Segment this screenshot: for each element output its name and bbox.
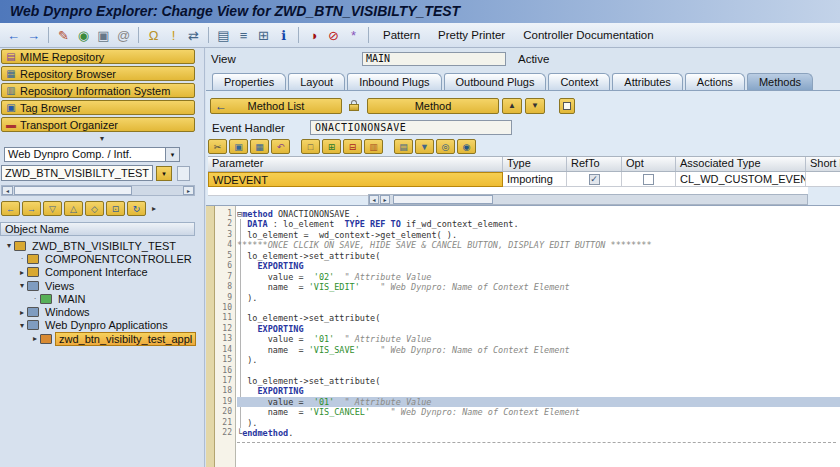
- tree-item-views[interactable]: ▾Views: [0, 279, 204, 292]
- line-number-16[interactable]: 16: [215, 366, 235, 376]
- favorites-icon[interactable]: ◇: [85, 201, 104, 216]
- scrollbar-thumb[interactable]: [14, 186, 132, 195]
- new-line-icon[interactable]: □: [301, 139, 320, 154]
- check-icon[interactable]: !: [164, 26, 183, 45]
- code-line-12[interactable]: EXPORTING: [237, 324, 840, 334]
- scroll-left-icon[interactable]: ◂: [369, 195, 379, 204]
- line-number-17[interactable]: 17: [215, 376, 235, 386]
- back-icon[interactable]: ←: [4, 26, 23, 45]
- table-row[interactable]: WDEVENTImporting✓CL_WD_CUSTOM_EVENT: [208, 172, 840, 187]
- line-number-21[interactable]: 21: [215, 418, 235, 428]
- sidebar-horizontal-scrollbar[interactable]: ◂ ▸: [1, 185, 195, 196]
- tree-expander-icon[interactable]: ▾: [4, 241, 14, 250]
- tab-attributes[interactable]: Attributes: [612, 73, 682, 91]
- tree-expander-icon[interactable]: ▾: [17, 281, 27, 290]
- line-number-20[interactable]: 20: [215, 407, 235, 417]
- history-forward-icon[interactable]: →: [22, 201, 41, 216]
- code-line-10[interactable]: [237, 303, 840, 313]
- refto-cell[interactable]: ✓: [567, 172, 622, 187]
- type-cell[interactable]: Importing: [503, 172, 567, 187]
- tree-expander-icon[interactable]: ▸: [30, 334, 40, 343]
- display-change-icon[interactable]: ✎: [54, 26, 73, 45]
- refresh-icon[interactable]: ↻: [127, 201, 146, 216]
- tab-inbound-plugs[interactable]: Inbound Plugs: [347, 73, 441, 91]
- line-number-19[interactable]: 19: [215, 397, 235, 407]
- scroll-right-icon[interactable]: ▸: [380, 195, 390, 204]
- tree-expander-icon[interactable]: ·: [30, 294, 40, 303]
- code-line-16[interactable]: [237, 366, 840, 376]
- debugger-icon[interactable]: ⊘: [324, 26, 343, 45]
- previous-method-button[interactable]: ▲: [502, 98, 522, 114]
- sidebar-collapse-icon[interactable]: ▾: [0, 134, 204, 144]
- code-line-3[interactable]: lo_element = wd_context->get_element( ).: [237, 230, 840, 240]
- collapse-all-icon[interactable]: △: [64, 201, 83, 216]
- object-name-extra-button[interactable]: [177, 166, 190, 181]
- line-number-3[interactable]: 3: [215, 230, 235, 240]
- line-number-4[interactable]: 4: [215, 240, 235, 250]
- tree-item-main[interactable]: ·MAIN: [0, 292, 204, 305]
- code-line-11[interactable]: lo_element->set_attribute(: [237, 313, 840, 323]
- tree-item-component-interface[interactable]: ▸Component Interface: [0, 266, 204, 279]
- other-object-icon[interactable]: ◉: [74, 26, 93, 45]
- line-number-8[interactable]: 8: [215, 282, 235, 292]
- line-number-6[interactable]: 6: [215, 261, 235, 271]
- table-horizontal-scrollbar[interactable]: ◂ ▸: [368, 194, 808, 205]
- move-block-icon[interactable]: ▥: [364, 139, 383, 154]
- tab-context[interactable]: Context: [548, 73, 610, 91]
- tab-layout[interactable]: Layout: [288, 73, 345, 91]
- opt-checkbox[interactable]: [643, 174, 654, 185]
- history-back-icon[interactable]: ←: [1, 201, 20, 216]
- delete-line-icon[interactable]: ⊟: [343, 139, 362, 154]
- parameter-cell[interactable]: WDEVENT: [208, 172, 503, 187]
- code-line-21[interactable]: ).: [237, 418, 840, 428]
- runtime-analysis-icon[interactable]: ◑: [304, 26, 323, 45]
- detail-view-icon[interactable]: ⊞: [254, 26, 273, 45]
- tag-browser-button[interactable]: ▣Tag Browser: [1, 100, 195, 115]
- tab-methods[interactable]: Methods: [747, 73, 813, 91]
- scroll-left-icon[interactable]: ◂: [2, 186, 13, 195]
- line-number-1[interactable]: 1: [215, 209, 235, 219]
- wizard-icon[interactable]: *: [344, 26, 363, 45]
- insert-line-icon[interactable]: ⊞: [322, 139, 341, 154]
- filter-lines-icon[interactable]: ▼: [415, 139, 434, 154]
- find-icon[interactable]: ◎: [436, 139, 455, 154]
- code-line-6[interactable]: EXPORTING: [237, 261, 840, 271]
- line-number-12[interactable]: 12: [215, 324, 235, 334]
- scrollbar-thumb[interactable]: [393, 195, 493, 204]
- line-number-15[interactable]: 15: [215, 355, 235, 365]
- line-number-5[interactable]: 5: [215, 251, 235, 261]
- line-number-22[interactable]: 22: [215, 428, 235, 438]
- event-handler-field[interactable]: ONACTIONONSAVE: [310, 120, 512, 135]
- cut-icon[interactable]: ✂: [208, 139, 227, 154]
- code-line-9[interactable]: ).: [237, 293, 840, 303]
- tree-item-zwd-btn-visibilty-test-appl[interactable]: ▸zwd_btn_visibilty_test_appl: [0, 332, 204, 345]
- code-line-5[interactable]: lo_element->set_attribute(: [237, 251, 840, 261]
- abap-code-editor[interactable]: 12345678910111213141516171819202122 ⊟met…: [206, 205, 840, 467]
- method-button[interactable]: Method: [367, 98, 499, 114]
- line-number-14[interactable]: 14: [215, 345, 235, 355]
- method-list-button[interactable]: ← Method List: [210, 98, 342, 114]
- line-number-18[interactable]: 18: [215, 386, 235, 396]
- tab-outbound-plugs[interactable]: Outbound Plugs: [444, 73, 547, 91]
- controller-documentation-button[interactable]: Controller Documentation: [514, 29, 662, 41]
- undo-icon[interactable]: ↶: [271, 139, 290, 154]
- info-icon[interactable]: ℹ: [274, 26, 293, 45]
- code-line-8[interactable]: name = 'VIS_EDIT' " Web Dynpro: Name of …: [237, 282, 840, 292]
- navigate-icon[interactable]: ⇄: [184, 26, 203, 45]
- code-line-22[interactable]: └endmethod.: [237, 428, 840, 438]
- line-number-7[interactable]: 7: [215, 272, 235, 282]
- pretty-printer-button[interactable]: Pretty Printer: [429, 29, 514, 41]
- line-number-10[interactable]: 10: [215, 303, 235, 313]
- paste-icon[interactable]: ▦: [250, 139, 269, 154]
- tree-expander-icon[interactable]: ▸: [17, 308, 27, 317]
- line-number-11[interactable]: 11: [215, 313, 235, 323]
- code-line-19[interactable]: value = '01' " Attribute Value: [237, 397, 840, 407]
- object-name-dropdown-icon[interactable]: ▾: [156, 166, 172, 181]
- print-icon[interactable]: ▤: [394, 139, 413, 154]
- code-line-2[interactable]: DATA : lo_element TYPE REF TO if_wd_cont…: [237, 219, 840, 229]
- where-used-icon[interactable]: @: [114, 26, 133, 45]
- tree-item-windows[interactable]: ▸Windows: [0, 305, 204, 318]
- tab-properties[interactable]: Properties: [212, 73, 286, 91]
- transport-organizer-button[interactable]: ▬Transport Organizer: [1, 117, 195, 132]
- tree-item-zwd-btn-visibilty-test[interactable]: ▾ZWD_BTN_VISIBILTY_TEST: [0, 239, 204, 252]
